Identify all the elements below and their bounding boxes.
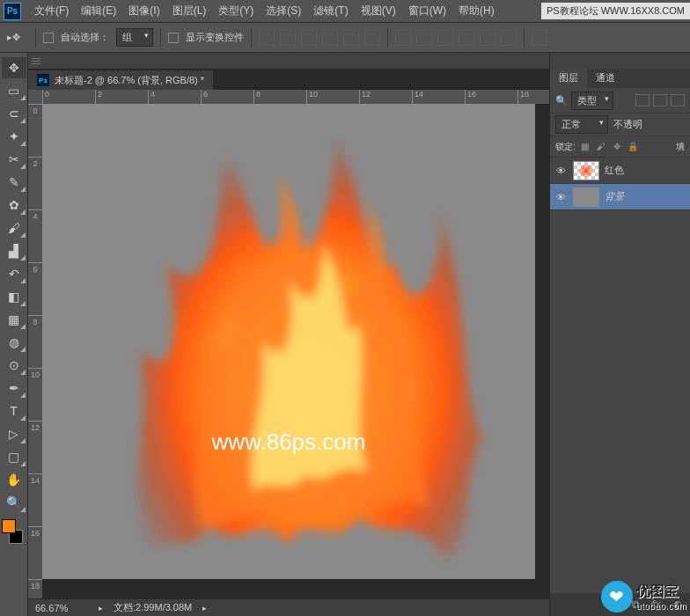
layer-name[interactable]: 红色 xyxy=(605,164,624,177)
lock-all-icon[interactable]: 🔒 xyxy=(627,141,639,153)
canvas-viewport[interactable]: www.86ps.com xyxy=(42,104,549,581)
distribute-vcenter-icon[interactable] xyxy=(416,30,432,46)
align-left-icon[interactable] xyxy=(322,30,338,46)
panel-tabs: 图层 通道 xyxy=(550,69,690,88)
crop-tool[interactable]: ✂ xyxy=(2,149,26,170)
foreground-swatch[interactable] xyxy=(2,519,16,533)
ps-doc-icon: Ps xyxy=(37,74,49,86)
layers-list: 👁 红色 👁 背景 xyxy=(550,157,690,210)
brand-watermark: ❤ 优图宝 utobao.com xyxy=(601,581,686,612)
visibility-eye-icon[interactable]: 👁 xyxy=(554,165,568,176)
eraser-tool[interactable]: ◧ xyxy=(2,286,26,307)
lock-position-icon[interactable]: ✥ xyxy=(611,141,623,153)
align-hcenter-icon[interactable] xyxy=(343,30,359,46)
lock-transparency-icon[interactable]: ▦ xyxy=(579,141,591,153)
tab-layers[interactable]: 图层 xyxy=(550,69,587,88)
pen-tool[interactable]: ✒ xyxy=(2,378,26,399)
blur-tool[interactable]: ◍ xyxy=(2,332,26,353)
lasso-tool[interactable]: ⊂ xyxy=(2,103,26,124)
layer-name[interactable]: 背景 xyxy=(605,190,624,203)
distribute-right-icon[interactable] xyxy=(501,30,517,46)
healing-brush-tool[interactable]: ✿ xyxy=(2,194,26,216)
toolbox: ✥ ▭ ⊂ ✦ ✂ ✎ ✿ 🖌 ▟ ↶ ◧ ▦ ◍ ⊙ ✒ T ▷ ▢ ✋ 🔍 xyxy=(0,53,28,616)
brand-name-cn: 优图宝 xyxy=(636,583,686,601)
distribute-left-icon[interactable] xyxy=(459,30,474,46)
distribute-bottom-icon[interactable] xyxy=(437,30,453,46)
menu-window[interactable]: 窗口(W) xyxy=(402,1,452,21)
blend-row: 正常 不透明 xyxy=(550,113,690,136)
menu-view[interactable]: 视图(V) xyxy=(355,1,402,21)
filter-search-icon[interactable]: 🔍 xyxy=(555,95,568,106)
align-vcenter-icon[interactable] xyxy=(280,30,296,46)
rectangle-tool[interactable]: ▢ xyxy=(2,446,26,467)
align-right-icon[interactable] xyxy=(364,30,380,46)
filter-type-icon[interactable] xyxy=(671,94,685,106)
hand-tool[interactable]: ✋ xyxy=(2,469,26,490)
lock-row: 锁定: ▦ 🖌 ✥ 🔒 填 xyxy=(550,136,690,157)
dodge-tool[interactable]: ⊙ xyxy=(2,355,26,376)
ruler-vertical[interactable]: 024681012141618 xyxy=(28,104,42,598)
lock-pixels-icon[interactable]: 🖌 xyxy=(595,141,607,153)
menu-edit[interactable]: 编辑(E) xyxy=(75,1,122,21)
show-transform-label: 显示变换控件 xyxy=(186,31,244,44)
info-menu-icon[interactable]: ▸ xyxy=(202,604,207,612)
menu-filter[interactable]: 滤镜(T) xyxy=(307,1,354,21)
menu-help[interactable]: 帮助(H) xyxy=(452,1,501,21)
panel-grip-icon[interactable] xyxy=(28,53,46,69)
distribute-group xyxy=(395,30,517,46)
filter-pixel-icon[interactable] xyxy=(635,94,650,106)
menu-select[interactable]: 选择(S) xyxy=(260,1,307,21)
opacity-label: 不透明 xyxy=(613,118,642,131)
show-transform-checkbox[interactable] xyxy=(168,33,179,43)
type-tool[interactable]: T xyxy=(2,400,26,422)
brush-tool[interactable]: 🖌 xyxy=(2,217,26,238)
blend-mode-dropdown[interactable]: 正常 xyxy=(555,115,608,134)
zoom-menu-icon[interactable]: ▸ xyxy=(99,604,103,612)
align-group xyxy=(259,30,380,46)
history-brush-tool[interactable]: ↶ xyxy=(2,263,26,284)
layer-row[interactable]: 👁 红色 xyxy=(550,158,690,184)
align-bottom-icon[interactable] xyxy=(301,30,317,46)
gradient-tool[interactable]: ▦ xyxy=(2,309,26,330)
filter-adjust-icon[interactable] xyxy=(653,94,667,106)
ruler-horizontal[interactable]: 0246810121416182022242628 xyxy=(42,90,549,104)
separator xyxy=(251,28,252,48)
menu-file[interactable]: 文件(F) xyxy=(28,1,75,21)
magic-wand-tool[interactable]: ✦ xyxy=(2,126,26,147)
layer-thumbnail[interactable] xyxy=(573,187,599,207)
auto-align-icon[interactable] xyxy=(532,30,547,46)
menu-type[interactable]: 类型(Y) xyxy=(212,1,260,21)
artboard: www.86ps.com xyxy=(42,104,535,579)
canvas-watermark: www.86ps.com xyxy=(212,429,366,456)
ruler-origin[interactable] xyxy=(28,90,42,104)
move-tool-icon[interactable]: ▸✥ xyxy=(7,29,28,47)
align-top-icon[interactable] xyxy=(259,30,275,46)
separator xyxy=(160,28,161,48)
document-tab[interactable]: Ps 未标题-2 @ 66.7% (背景, RGB/8) * xyxy=(28,70,213,90)
document-info: 文档:2.99M/3.08M xyxy=(114,601,192,614)
distribute-top-icon[interactable] xyxy=(395,30,411,46)
doc-taskbar xyxy=(28,53,549,69)
zoom-tool[interactable]: 🔍 xyxy=(2,492,26,513)
tab-channels[interactable]: 通道 xyxy=(587,69,624,88)
eyedropper-tool[interactable]: ✎ xyxy=(2,172,26,193)
separator xyxy=(35,28,36,48)
auto-select-checkbox[interactable] xyxy=(43,33,54,43)
fill-label: 填 xyxy=(676,141,685,153)
move-tool[interactable]: ✥ xyxy=(2,57,26,78)
auto-select-target-dropdown[interactable]: 组 xyxy=(116,28,153,47)
lock-label: 锁定: xyxy=(555,141,576,153)
marquee-tool[interactable]: ▭ xyxy=(2,80,26,101)
distribute-hcenter-icon[interactable] xyxy=(480,30,495,46)
color-swatches[interactable] xyxy=(0,519,25,544)
menu-layer[interactable]: 图层(L) xyxy=(166,1,213,21)
layer-thumbnail[interactable] xyxy=(573,161,599,180)
layer-filter-row: 🔍 类型 xyxy=(550,88,690,113)
menu-image[interactable]: 图像(I) xyxy=(122,1,165,21)
filter-type-dropdown[interactable]: 类型 xyxy=(571,92,613,110)
clone-stamp-tool[interactable]: ▟ xyxy=(2,240,26,261)
path-selection-tool[interactable]: ▷ xyxy=(2,423,26,444)
layer-row[interactable]: 👁 背景 xyxy=(550,184,690,210)
visibility-eye-icon[interactable]: 👁 xyxy=(554,192,568,202)
zoom-level[interactable]: 66.67% xyxy=(35,603,88,613)
